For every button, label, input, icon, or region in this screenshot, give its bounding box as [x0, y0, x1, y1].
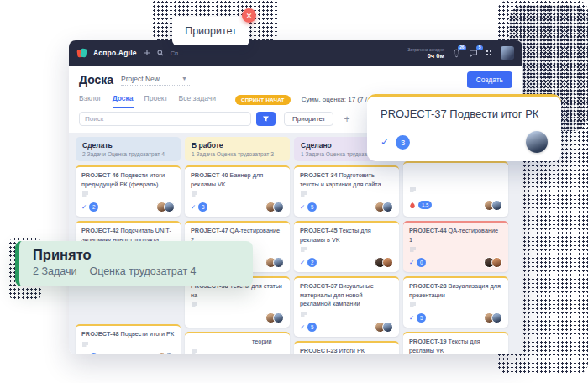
avatar: [164, 352, 175, 354]
tab-4[interactable]: Все задачи: [179, 94, 216, 108]
task-title: PROJECT-28Визуализация для презентации: [409, 282, 502, 300]
task-card[interactable]: PROJECT-28Визуализация для презентации✓5: [403, 276, 508, 328]
column-header: В работе1 Задача Оценка трудозатрат 3: [185, 137, 290, 161]
messages-icon[interactable]: 5: [469, 49, 478, 58]
check-icon: ✓: [381, 136, 389, 148]
assignee-avatars: [265, 257, 284, 268]
assignee-avatars: [265, 202, 284, 212]
task-code: PROJECT-40: [191, 171, 228, 179]
description-icon: [300, 247, 307, 253]
app-logo-icon: [77, 49, 87, 58]
task-card-callout[interactable]: PROJECT-37 Подвести итог РК ✓ 3: [367, 94, 561, 161]
card-footer: ✓0: [81, 352, 175, 354]
task-title: PROJECT-44QA-тестирование 1: [409, 227, 502, 244]
create-button[interactable]: Создать: [467, 71, 512, 88]
brand-name: Аспро.Agile: [93, 49, 137, 57]
priority-filter-chip[interactable]: Приоритет: [284, 112, 333, 126]
user-avatar[interactable]: [501, 46, 514, 60]
project-name: Project.New: [121, 75, 160, 83]
task-code: PROJECT-19: [409, 338, 447, 345]
accepted-title: Принято: [33, 247, 241, 263]
avatar: [491, 200, 502, 211]
checklist-count-badge: 0: [89, 353, 98, 354]
tab-3[interactable]: Проект: [144, 94, 168, 108]
card-footer: ✓0: [409, 257, 502, 268]
close-icon[interactable]: ✕: [242, 8, 256, 23]
task-code: PROJECT-44: [409, 227, 447, 234]
check-icon: ✓: [191, 203, 196, 211]
check-icon: ✓: [409, 259, 414, 266]
task-code: PROJECT-42: [81, 227, 119, 234]
description-icon: [191, 302, 198, 308]
sprint-status-badge: СПРИНТ НАЧАТ: [235, 95, 291, 105]
checklist-count-badge: 5: [307, 202, 317, 212]
tab-2[interactable]: Доска: [113, 94, 134, 108]
task-card[interactable]: PROJECT-23Итоги РК✓0: [294, 341, 399, 354]
avatar: [382, 322, 393, 333]
check-icon: ✓: [81, 203, 87, 211]
accepted-column-callout: Принято 2 Задачи Оценка трудозатрат 4: [15, 241, 253, 286]
card-footer: ✓2: [300, 257, 393, 268]
task-card[interactable]: PROJECT-45Тексты для рекламы в VK✓2: [294, 221, 399, 272]
assignee-avatars: [375, 322, 393, 333]
task-card[interactable]: теории✓3: [185, 332, 290, 354]
task-card[interactable]: PROJECT-44QA-тестирование 1✓0: [403, 221, 508, 272]
avatar: [164, 202, 175, 212]
description-icon: [191, 192, 198, 197]
task-title: PROJECT-46Подвести итоги предыдущей РК (…: [81, 171, 175, 189]
column-title: В работе: [192, 141, 283, 150]
card-footer: 1.5: [409, 197, 502, 212]
filter-button[interactable]: [256, 112, 276, 126]
notifications-bell-icon[interactable]: 26: [452, 49, 461, 58]
task-card[interactable]: PROJECT-34Подготовить тексты и картинки …: [294, 165, 399, 217]
task-title: PROJECT-19Тексты для рекламы VK: [409, 338, 502, 354]
add-filter-button[interactable]: +: [344, 114, 349, 124]
search-icon[interactable]: [157, 50, 164, 56]
column-4: 1.5PROJECT-44QA-тестирование 1✓0PROJECT-…: [403, 137, 508, 354]
card-footer: ✓3: [191, 202, 284, 212]
description-icon: [81, 192, 89, 197]
task-card[interactable]: PROJECT-37Визуальные материалы для новой…: [294, 276, 399, 337]
task-card[interactable]: 1.5: [403, 161, 508, 217]
task-code: PROJECT-28: [409, 282, 447, 290]
page-title: Доска: [79, 73, 113, 87]
avatar: [273, 202, 284, 212]
chevron-down-icon: ▼: [181, 76, 187, 81]
checklist-count-badge: 2: [307, 258, 317, 267]
tooltip-label: Приоритет: [185, 25, 237, 37]
task-title: PROJECT-37Визуальные материалы для новой…: [300, 282, 393, 309]
add-icon[interactable]: [144, 50, 150, 56]
checklist-count-badge: 5: [417, 313, 426, 323]
checklist-count-badge: 3: [198, 202, 207, 212]
task-title: PROJECT-34Подготовить тексты и картинки …: [300, 171, 393, 189]
avatar: [382, 257, 393, 268]
apps-grid-icon[interactable]: [486, 50, 493, 57]
checklist-count-badge: 2: [89, 202, 98, 212]
estimate-pill: 1.5: [418, 201, 432, 209]
task-card[interactable]: PROJECT-19Тексты для рекламы VK✓5: [403, 332, 508, 354]
card-footer: ✓5: [300, 202, 393, 212]
search-input[interactable]: [79, 112, 251, 126]
assignee-avatars: [265, 312, 284, 323]
avatar: [491, 312, 502, 323]
assignee-avatars: [375, 202, 393, 212]
column-meta: 1 Задача Оценка трудозатрат 3: [192, 151, 283, 157]
assignee-avatar: [526, 131, 548, 153]
task-code: PROJECT-47: [191, 227, 228, 234]
task-code: PROJECT-46: [81, 171, 119, 179]
task-title: теории: [191, 338, 284, 347]
tab-1[interactable]: Бэклог: [79, 94, 102, 108]
project-selector[interactable]: Project.New ▼: [121, 75, 190, 86]
task-code: PROJECT-37: [300, 282, 338, 290]
card-footer: ✓5: [409, 312, 502, 323]
assignee-avatars: [375, 257, 393, 268]
assignee-avatars: [156, 202, 175, 212]
task-card[interactable]: PROJECT-40Баннер для рекламы VK✓3: [185, 165, 290, 217]
task-card[interactable]: PROJECT-48Подвести итоги РК✓0: [76, 324, 181, 354]
task-title: PROJECT-23Итоги РК: [300, 347, 393, 354]
task-card[interactable]: PROJECT-46Подвести итоги предыдущей РК (…: [76, 165, 181, 217]
assignee-avatars: [484, 200, 502, 211]
avatar: [491, 257, 502, 268]
card-footer: ✓2: [81, 202, 175, 212]
checklist-count-badge: 0: [417, 258, 426, 267]
